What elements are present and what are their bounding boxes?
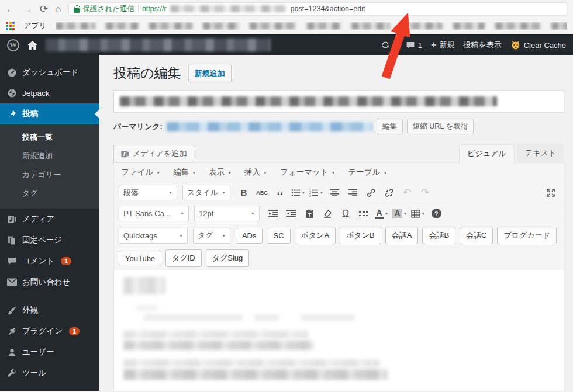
link-icon[interactable] (363, 185, 379, 200)
styles-select[interactable]: スタイル▼ (182, 185, 230, 200)
redo-icon[interactable]: ↷ (417, 185, 433, 200)
fullscreen-icon[interactable] (543, 185, 559, 200)
editor-content-area[interactable] (114, 270, 564, 391)
outdent-icon[interactable] (265, 206, 281, 221)
special-character-icon[interactable]: Ω (337, 206, 354, 221)
quicktag-talk-b[interactable]: 会話B (422, 227, 455, 244)
reload-icon[interactable]: ⟳ (40, 4, 48, 14)
plugin-icon (7, 327, 17, 337)
quicktag-blogcard-button[interactable]: ブログカード (497, 227, 557, 244)
quicktag-tagslug-button[interactable]: タグSlug (206, 249, 250, 267)
new-post-item[interactable]: + 新規 (431, 40, 454, 50)
sidebar-item-media[interactable]: メディア (0, 209, 99, 230)
home-icon[interactable]: ⌂ (55, 4, 61, 14)
apps-grid-icon[interactable] (6, 22, 15, 30)
redacted-bookmarks (56, 22, 567, 30)
sidebar-item-comments[interactable]: コメント 1 (0, 251, 99, 272)
redacted-url (170, 5, 287, 12)
page-break-icon[interactable] (355, 206, 372, 221)
clear-cache-item[interactable]: Clear Cache (510, 40, 566, 50)
menu-table[interactable]: テーブル▼ (348, 167, 388, 178)
submenu-item-tags[interactable]: タグ (0, 184, 99, 203)
redacted-permalink-url[interactable] (167, 122, 372, 131)
toolbar-row-4: YouTube タグID タグSlug (114, 247, 564, 270)
blockquote-icon[interactable]: “ (272, 185, 288, 200)
media-icon (7, 214, 17, 224)
plus-icon: + (431, 40, 436, 50)
update-icon (381, 40, 390, 50)
view-post-item[interactable]: 投稿を表示 (463, 40, 501, 50)
sidebar-item-posts[interactable]: 投稿 (0, 103, 99, 124)
bold-icon[interactable]: B (236, 185, 252, 200)
get-short-url-button[interactable]: 短縮 URL を取得 (407, 119, 474, 134)
indent-icon[interactable] (283, 206, 299, 221)
redacted-site-name[interactable] (46, 39, 271, 51)
updates-item[interactable]: 1 (381, 40, 397, 50)
numbered-list-icon[interactable]: 123 ▼ (308, 185, 325, 200)
menu-file[interactable]: ファイル▼ (121, 167, 160, 178)
add-new-button[interactable]: 新規追加 (188, 65, 232, 82)
quicktag-tagid-button[interactable]: タグID (165, 249, 202, 267)
sidebar-item-plugins[interactable]: プラグイン 1 (0, 321, 99, 342)
apps-label[interactable]: アプリ (24, 21, 46, 31)
quicktag-sc-button[interactable]: SC (267, 228, 290, 244)
menu-insert[interactable]: 挿入▼ (244, 167, 267, 178)
help-icon[interactable]: ? (428, 206, 444, 221)
quicktag-ads-button[interactable]: ADs (236, 228, 263, 244)
quicktag-button-b[interactable]: ボタンB (340, 227, 381, 244)
menu-format[interactable]: フォーマット▼ (280, 167, 336, 178)
submenu-item-all-posts[interactable]: 投稿一覧 (0, 128, 99, 147)
submenu-item-categories[interactable]: カテゴリー (0, 165, 99, 184)
sidebar-item-users[interactable]: ユーザー (0, 342, 99, 363)
caret-down-icon: ▼ (222, 190, 226, 195)
comments-badge: 1 (61, 257, 71, 265)
sidebar-item-dashboard[interactable]: ダッシュボード (0, 62, 99, 83)
paragraph-select[interactable]: 段落▼ (119, 185, 177, 200)
sidebar-item-jetpack[interactable]: Jetpack (0, 83, 99, 103)
edit-permalink-button[interactable]: 編集 (377, 119, 403, 134)
menu-edit[interactable]: 編集▼ (173, 167, 196, 178)
caret-down-icon: ▼ (179, 234, 183, 238)
quicktag-talk-c[interactable]: 会話C (460, 227, 493, 244)
unlink-icon[interactable] (381, 185, 397, 200)
align-center-icon[interactable] (326, 185, 343, 200)
tag-select[interactable]: タグ▼ (193, 228, 230, 244)
site-home-icon[interactable] (27, 41, 37, 50)
sidebar-item-tools[interactable]: ツール (0, 363, 99, 384)
back-icon[interactable]: ← (6, 4, 16, 14)
sidebar-item-contact[interactable]: お問い合わせ (0, 272, 99, 293)
post-title-input[interactable] (113, 90, 564, 113)
tab-text[interactable]: テキスト (517, 144, 564, 162)
strikethrough-icon[interactable]: ABC (254, 185, 270, 200)
quicktags-select[interactable]: Quicktags▼ (119, 228, 188, 244)
forward-icon[interactable]: → (23, 4, 33, 14)
quicktag-button-a[interactable]: ボタンA (295, 227, 336, 244)
redacted-content (254, 314, 279, 321)
mail-icon (7, 278, 17, 286)
redacted-bookmark (551, 22, 567, 30)
comments-item[interactable]: 1 (406, 41, 422, 50)
tab-visual[interactable]: ビジュアル (459, 144, 515, 163)
clear-formatting-icon[interactable] (319, 206, 336, 221)
wordpress-logo-icon[interactable]: W (7, 39, 19, 51)
sidebar-item-pages[interactable]: 固定ページ (0, 230, 99, 251)
paste-as-text-icon[interactable]: T (301, 206, 317, 221)
text-color-icon[interactable]: A ▼ (374, 206, 390, 221)
undo-icon[interactable]: ↶ (399, 185, 415, 200)
table-icon[interactable]: ▼ (410, 206, 426, 221)
background-color-icon[interactable]: A ▼ (392, 206, 408, 221)
sidebar-item-appearance[interactable]: 外観 (0, 300, 99, 321)
address-bar[interactable]: 保護された通信 https://r post=1234&action=edit (68, 2, 567, 16)
align-right-icon[interactable] (344, 185, 361, 200)
add-media-button[interactable]: メディアを追加 (113, 145, 194, 162)
quicktag-youtube-button[interactable]: YouTube (119, 251, 161, 266)
main-content: 投稿の編集 新規追加 パーマリンク: 編集 短縮 URL を取得 メディアを追加… (99, 55, 573, 391)
admin-sidebar: ダッシュボード Jetpack 投稿 投稿一覧 新規追加 カテゴリー タグ メデ… (0, 55, 99, 391)
menu-view[interactable]: 表示▼ (209, 167, 232, 178)
caret-down-icon: ▼ (227, 171, 232, 175)
font-family-select[interactable]: PT Sans Ca...▼ (119, 206, 189, 221)
bullet-list-icon[interactable]: ▼ (290, 185, 306, 200)
quicktag-talk-a[interactable]: 会話A (385, 227, 419, 244)
submenu-item-add-new[interactable]: 新規追加 (0, 147, 99, 165)
font-size-select[interactable]: 12pt▼ (194, 206, 260, 221)
